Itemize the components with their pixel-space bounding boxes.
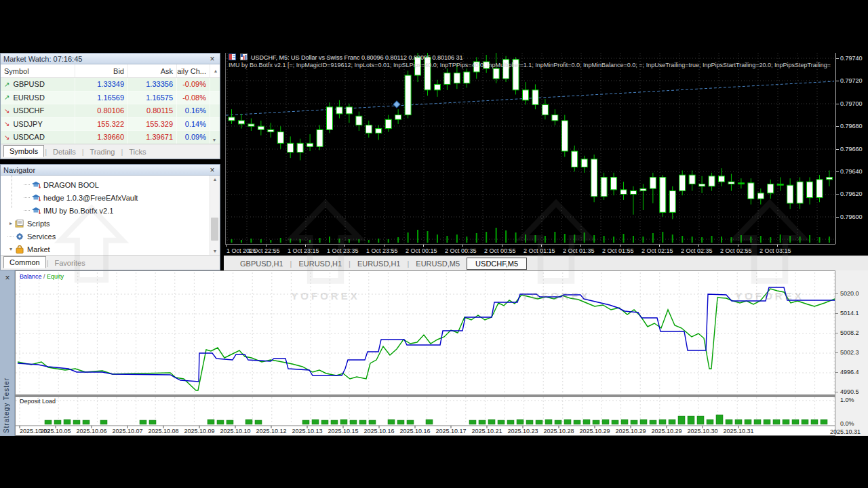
- navigator-item-scripts[interactable]: ▸Scripts: [1, 217, 204, 230]
- svg-text:2025.10.17: 2025.10.17: [435, 428, 466, 434]
- symbol-cell: ↘USDJPY: [1, 118, 75, 131]
- arrow-down-icon: ↘: [4, 107, 9, 115]
- svg-text:2025.10.10: 2025.10.10: [220, 428, 250, 434]
- tab-ticks[interactable]: Ticks: [123, 146, 151, 157]
- close-icon[interactable]: ×: [3, 273, 12, 283]
- arrow-up-icon: ↗: [4, 94, 9, 101]
- column-header-ask[interactable]: Ask: [128, 64, 177, 77]
- price-chart-canvas[interactable]: USDCHF, M5: US Dollar vs Swiss Franc 0.8…: [225, 53, 835, 244]
- balance-equity-legend: Balance / Equity: [20, 273, 64, 280]
- price-axis-tick: [836, 149, 839, 150]
- svg-text:2025.10.29: 2025.10.29: [651, 428, 682, 434]
- time-axis-tick: [462, 245, 463, 247]
- time-axis-label: 2 Oct 01:15: [524, 247, 555, 254]
- scripts-folder-icon: [15, 220, 24, 228]
- svg-text:2025.10.30: 2025.10.30: [687, 428, 717, 434]
- svg-text:2025.10.12: 2025.10.12: [256, 428, 286, 434]
- strategy-tester-panel[interactable]: 2025.10.022025.10.052025.10.062025.10.07…: [15, 270, 835, 436]
- chevron-down-icon[interactable]: ▾: [7, 246, 14, 252]
- svg-text:2025.10.28: 2025.10.28: [543, 428, 574, 434]
- tab-symbols[interactable]: Symbols: [3, 145, 44, 157]
- change-value: 0.16%: [177, 104, 210, 117]
- column-header-symbol[interactable]: Symbol: [1, 64, 75, 77]
- chevron-right-icon[interactable]: ▸: [7, 220, 14, 226]
- value-axis-tick: [835, 313, 838, 314]
- market-watch-icon: [229, 54, 236, 60]
- navigator-item-market[interactable]: ▾Market: [1, 243, 204, 255]
- change-value: -0.08%: [177, 92, 210, 104]
- expert-advisor-icon: [31, 194, 41, 202]
- column-header-bid[interactable]: Bid: [75, 64, 128, 77]
- ask-value: 1.16575: [128, 92, 177, 104]
- bid-value: 0.80106: [75, 104, 128, 117]
- scroll-down-icon[interactable]: ▼: [213, 249, 218, 253]
- column-header-daily-ch-[interactable]: Daily Ch...: [177, 64, 210, 77]
- navigator-item-hedge-1-0-3-freeeafxvault[interactable]: hedge 1.0.3@FreeEAfxVault: [1, 191, 204, 204]
- chart-tab-usdchf-m5[interactable]: USDCHF,M5: [467, 258, 527, 270]
- scrollbar-thumb[interactable]: [211, 218, 218, 241]
- value-axis-label: 4990.5: [840, 388, 859, 395]
- navigator-item-services[interactable]: Services: [1, 230, 204, 243]
- symbol-row-usdchf[interactable]: ↘USDCHF0.801060.801150.16%: [1, 104, 220, 118]
- price-axis-tick: [836, 171, 839, 172]
- time-axis-label: 2 Oct 01:35: [563, 247, 595, 254]
- chart-time-axis[interactable]: 1 Oct 20251 Oct 22:551 Oct 23:151 Oct 23…: [225, 244, 835, 256]
- value-axis-label: 5008.2: [840, 329, 859, 336]
- close-icon[interactable]: ×: [208, 165, 217, 175]
- symbol-row-gbpusd[interactable]: ↗GBPUSD1.333491.33356-0.09%: [1, 78, 220, 92]
- price-axis-tick: [836, 217, 839, 218]
- symbol-row-usdcad[interactable]: ↘USDCAD1.396601.396710.09%: [1, 131, 220, 144]
- tree-twig: [24, 197, 30, 198]
- svg-text:2025.10.13: 2025.10.13: [292, 428, 322, 434]
- price-axis-label: 0.79720: [840, 77, 863, 84]
- chart-tab-gbpusd-h1[interactable]: GBPUSD,H1: [233, 258, 290, 269]
- svg-text:2025.10.07: 2025.10.07: [112, 428, 142, 434]
- price-axis-tick: [836, 58, 839, 59]
- svg-text:2025.10.16: 2025.10.16: [399, 428, 430, 434]
- navigator-item-imu-by-bo-botfx-v2-1[interactable]: IMU by Bo.Botfx v2.1: [1, 204, 204, 217]
- navigator-titlebar[interactable]: Navigator ×: [1, 165, 220, 176]
- ask-value: 0.80115: [128, 104, 177, 117]
- symbol-row-usdjpy[interactable]: ↘USDJPY155.322155.3290.14%: [1, 118, 220, 131]
- scroll-down-icon[interactable]: ▼: [209, 138, 220, 142]
- value-axis-label: 5014.1: [840, 310, 859, 317]
- market-watch-titlebar[interactable]: Market Watch: 07:16:45 ×: [1, 54, 220, 64]
- chart-tab-eurusd-m5[interactable]: EURUSD,M5: [409, 258, 467, 269]
- market-watch-tabstrip: Symbols|Details|Trading|Ticks: [1, 144, 220, 159]
- svg-text:2025.10.29: 2025.10.29: [579, 428, 610, 434]
- symbol-row-eurusd[interactable]: ↗EURUSD1.165691.16575-0.08%: [1, 92, 220, 105]
- strategy-tester-sidebar[interactable]: × Strategy Tester: [0, 270, 15, 436]
- scroll-up-icon[interactable]: ▲: [210, 68, 221, 73]
- time-axis-tick: [344, 245, 345, 247]
- chart-tab-eurusd-h1[interactable]: EURUSD,H1: [351, 258, 408, 269]
- bid-value: 155.322: [75, 118, 128, 131]
- navigator-item-label: Scripts: [27, 220, 50, 228]
- value-axis-label: 4996.4: [840, 369, 859, 375]
- navigator-scrollbar[interactable]: ▲▼: [210, 176, 220, 255]
- market-bag-icon: [15, 245, 24, 253]
- price-axis-label: 0.79620: [840, 190, 863, 197]
- symbol-name: GBPUSD: [13, 80, 44, 88]
- navigator-item-label: Services: [27, 232, 56, 241]
- percent-axis-label: 1.0%: [840, 396, 854, 403]
- tab-common[interactable]: Common: [3, 256, 46, 268]
- value-axis-tick: [835, 333, 838, 333]
- svg-text:2025.10.21: 2025.10.21: [471, 428, 502, 434]
- navigator-tabstrip: Common|Favorites: [1, 255, 220, 270]
- market-watch-header: SymbolBidAskDaily Ch...▲: [1, 64, 220, 78]
- chart-price-axis[interactable]: 0.797400.797200.797000.796800.796600.796…: [835, 53, 868, 244]
- value-axis-tick: [835, 372, 838, 373]
- chart-type-icon: [240, 54, 248, 60]
- svg-text:2025.10.29: 2025.10.29: [615, 428, 646, 434]
- svg-text:2025.10.08: 2025.10.08: [148, 428, 178, 434]
- tab-details[interactable]: Details: [47, 146, 81, 157]
- scroll-up-icon[interactable]: ▲: [213, 177, 218, 182]
- tab-trading[interactable]: Trading: [85, 146, 121, 157]
- chart-tab-eurusd-h1[interactable]: EURUSD,H1: [292, 258, 349, 269]
- close-icon[interactable]: ×: [208, 54, 217, 64]
- navigator-item-dragon-bool[interactable]: DRAGON BOOL: [1, 178, 204, 191]
- arrow-down-icon: ↘: [4, 134, 9, 141]
- ea-parameters-line: IMU by Bo.Botfx v2.1 [=; InpMagicID=9196…: [229, 62, 831, 69]
- tab-favorites[interactable]: Favorites: [49, 258, 90, 268]
- bid-value: 1.33349: [75, 78, 128, 91]
